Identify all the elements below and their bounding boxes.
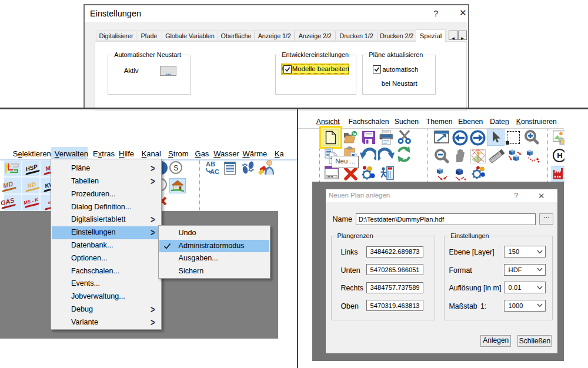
svg-text:AB: AB <box>206 160 215 168</box>
